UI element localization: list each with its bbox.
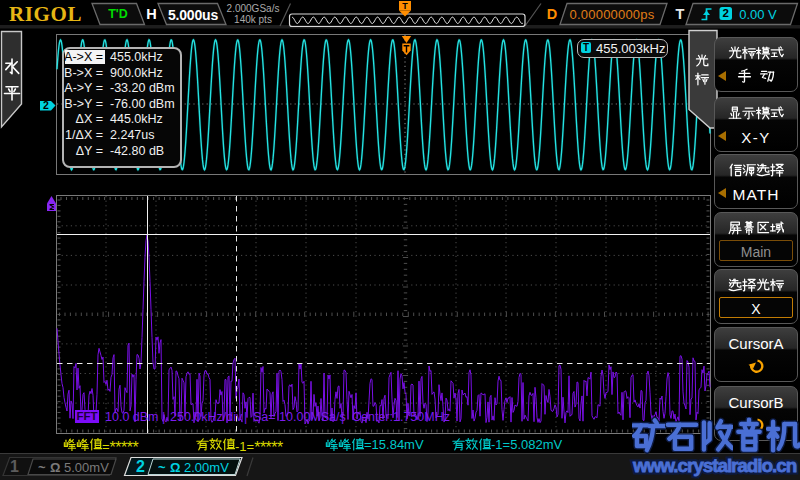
svg-text:T: T bbox=[402, 1, 408, 11]
svg-text:2: 2 bbox=[43, 99, 49, 111]
svg-text:2: 2 bbox=[722, 7, 728, 19]
